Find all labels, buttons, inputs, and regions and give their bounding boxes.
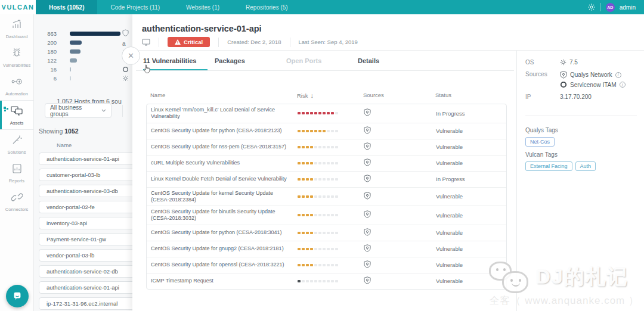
vulnerability-row[interactable]: CentOS Security Update for python (CESA-… [147,123,506,139]
risk-dot [306,178,309,181]
host-list-item[interactable]: authentication-service-03-db [39,185,143,197]
showing-count-label: Showing 1052 [39,127,79,135]
ip-value: 3.17.70.200 [560,94,592,100]
chat-support-button[interactable] [6,285,29,307]
assets-icon [11,105,23,119]
risk-dot [314,130,317,132]
risk-dot [318,248,321,250]
col-header-risk[interactable]: Risk ↓ [297,92,363,99]
meta-separator [218,38,219,47]
source-shield-icon [364,276,436,287]
vulnerability-row[interactable]: Linux Kernel 'mm/oom_kill.c' Local Denia… [147,104,506,123]
chart-bar [70,76,71,80]
risk-dot [318,195,321,198]
ip-label: IP [525,94,560,100]
settings-gear-icon[interactable] [587,3,596,11]
risk-dot [323,280,326,282]
username-label[interactable]: admin [620,4,636,11]
vulnerability-status: Vulnerable [436,212,463,219]
source-entry: Qualys Networki [560,71,626,79]
risk-dot [331,112,334,114]
sidebar-item-assets[interactable]: Assets [0,100,33,130]
vulnerability-row[interactable]: CentOS Security Update for python (CESA-… [147,225,506,241]
vulnerability-status: Vulnerable [436,262,463,268]
navbar-right: AD admin [587,0,644,14]
col-header-status[interactable]: Status [435,92,451,99]
tag-net-cos[interactable]: Net-Cos [525,137,555,147]
col-header-sources[interactable]: Sources [363,92,435,99]
host-list-item[interactable]: customer-portal-03-lb [39,169,143,181]
tab-details[interactable]: Details [358,52,422,70]
nav-tab-code[interactable]: Code Projects (11) [97,0,173,14]
vulnerability-row[interactable]: CentOS Security Update for nss-pem (CESA… [147,139,506,155]
vulnerability-status: Vulnerable [436,160,463,166]
tag-external-facing[interactable]: External Facing [525,161,572,171]
tab-11-vulnerabilities[interactable]: 11 Vulnerabilities [143,52,208,70]
chart-bar [70,67,71,71]
risk-dot [327,280,330,282]
chart-bar-row: 200 [39,39,82,46]
tag-auth[interactable]: Auth [575,161,596,171]
nav-tab-hosts[interactable]: Hosts (1052) [36,0,97,14]
vulnerability-row[interactable]: CentOS Security Update for openssl (CESA… [147,257,506,273]
col-header-name[interactable]: Name [146,92,297,99]
vulnerability-row[interactable]: CentOS Security Update for binutils Secu… [147,206,506,225]
host-list-item[interactable]: ip-172-31-31-96.ec2.internal [39,297,143,310]
risk-dot [318,232,321,234]
host-list-item[interactable]: authentication-service-02-db [39,265,143,278]
nav-tab-websites[interactable]: Websites (1) [173,0,233,14]
vulnerability-row[interactable]: cURL Multiple Security VulnerabilitiesVu… [147,155,506,171]
chart-bar-row: 180 [39,48,80,55]
info-icon[interactable]: i [615,72,621,78]
connectors-icon [11,192,23,205]
sidebar-item-reports[interactable]: Reports [0,158,33,187]
chart-bar [70,58,77,63]
vulnerability-row[interactable]: ICMP Timestamp RequestVulnerable [147,273,506,289]
sidebar-item-dashboard[interactable]: Dashboard [0,14,33,43]
risk-dot [331,264,334,266]
risk-dot [327,248,330,250]
risk-dot [331,130,334,132]
host-list-item[interactable]: Payment-service-01-gw [39,233,143,245]
host-list-item[interactable]: authentication-service-01-api [39,281,143,294]
risk-dot [318,264,321,266]
risk-dot [331,280,334,282]
host-list-item[interactable]: vendor-portal-03-lb [39,249,143,262]
vulnerability-status: Vulnerable [436,193,463,200]
host-info-sidebar: OS 7.5 Sources Qualys NetworkiServicenow… [516,51,644,311]
risk-dot [335,162,338,164]
sort-descending-icon[interactable]: ↓ [310,92,314,99]
sidebar-item-connectors[interactable]: Connectors [0,187,33,216]
risk-dot [314,195,317,198]
risk-dot [323,146,326,148]
host-list-item[interactable]: vendor-portal-02-fe [39,201,143,213]
risk-dot [298,248,301,250]
close-detail-button[interactable]: ✕ [122,46,140,65]
risk-dot [331,178,334,181]
sidebar-item-vulnerabilities[interactable]: Vulnerabilities [0,43,33,71]
info-icon[interactable]: i [620,82,626,88]
risk-meter [298,112,364,114]
vulnerability-row[interactable]: Linux Kernel Double Fetch Denial of Serv… [147,171,506,187]
sidebar-item-label: Connectors [5,207,28,212]
info-divider [525,116,637,116]
hosts-list-panel: 863200180122166 a 1,052 Hosts from 6 sou… [34,14,132,311]
tab-packages[interactable]: Packages [215,52,279,70]
risk-dot [298,162,301,164]
chart-bar-row: 16 [39,66,71,73]
sidebar-item-automation[interactable]: Automation [0,71,33,100]
vulcan-logo[interactable]: VULCAN [0,0,36,14]
nav-tab-repositories[interactable]: Repositories (5) [233,0,301,14]
sidebar-item-solutions[interactable]: Solutions [0,130,33,158]
risk-dot [314,280,317,282]
business-groups-dropdown[interactable]: All business groups [45,103,112,118]
vulnerability-row[interactable]: CentOS Security Update for gnupg2 (CESA-… [147,241,506,257]
vulnerability-name: CentOS Security Update for python (CESA-… [147,127,298,134]
risk-dot [306,214,309,216]
user-avatar[interactable]: AD [606,3,615,12]
host-list-item[interactable]: authentication-service-01-api [39,153,143,165]
source-name: Qualys Network [570,71,612,78]
host-list-item[interactable]: inventory-03-api [39,217,143,229]
vulnerability-row[interactable]: CentOS Security Update for kernel Securi… [147,187,506,206]
risk-dot [306,112,309,114]
